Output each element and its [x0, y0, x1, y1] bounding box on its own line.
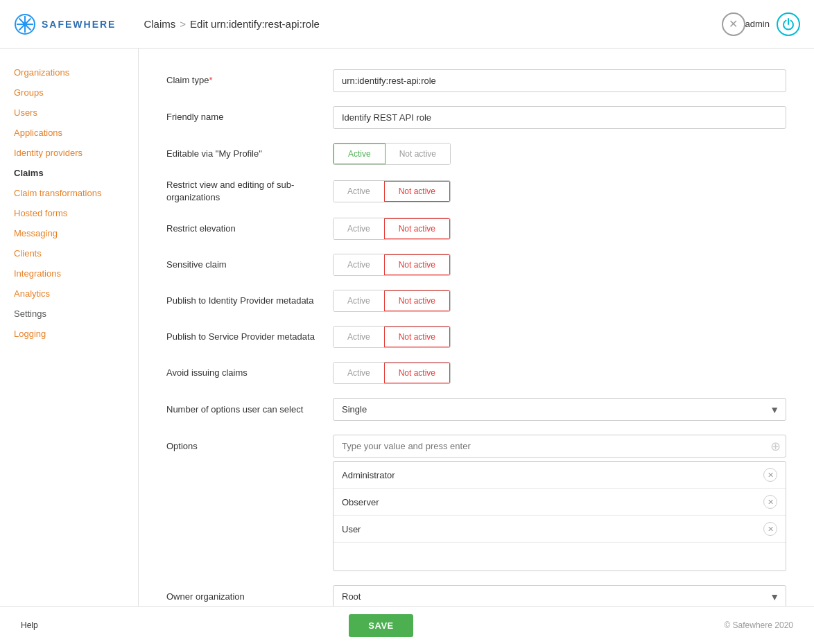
restrict-elevation-label: Restrict elevation — [166, 223, 319, 235]
avoid-issuing-control: Active Not active — [333, 362, 786, 384]
publish-idp-row: Publish to Identity Provider metadata Ac… — [166, 290, 786, 312]
publish-sp-control: Active Not active — [333, 326, 786, 348]
footer: Help SAVE © Safewhere 2020 — [0, 606, 814, 644]
owner-org-row: Owner organization Root ▼ — [166, 585, 786, 606]
options-add-button[interactable]: ⊕ — [770, 439, 781, 454]
publish-sp-not-active-btn[interactable]: Not active — [384, 327, 450, 347]
restrict-elevation-active-btn[interactable]: Active — [334, 218, 384, 239]
options-input-row: ⊕ — [333, 435, 786, 458]
svg-point-5 — [23, 22, 27, 26]
publish-idp-not-active-btn[interactable]: Not active — [384, 290, 450, 311]
copyright: © Safewhere 2020 — [724, 620, 793, 630]
content-area: Claim type* Friendly name Editable via "… — [139, 49, 814, 606]
avoid-issuing-toggle: Active Not active — [333, 362, 451, 384]
friendly-name-row: Friendly name — [166, 106, 786, 129]
logo-text: SAFEWHERE — [42, 19, 116, 30]
claim-type-row: Claim type* — [166, 69, 786, 92]
option-item-administrator-remove[interactable]: ✕ — [763, 468, 777, 482]
option-item-administrator: Administrator ✕ — [334, 462, 786, 489]
main-layout: Organizations Groups Users Applications … — [0, 49, 814, 606]
num-options-row: Number of options user can select Single… — [166, 398, 786, 421]
friendly-name-control — [333, 106, 786, 129]
option-item-observer-remove[interactable]: ✕ — [763, 495, 777, 509]
claim-type-control — [333, 69, 786, 92]
owner-org-select-wrapper: Root ▼ — [333, 585, 786, 606]
publish-sp-toggle: Active Not active — [333, 326, 451, 348]
options-list: Administrator ✕ Observer ✕ User ✕ — [333, 461, 786, 571]
publish-sp-active-btn[interactable]: Active — [334, 327, 384, 347]
option-item-observer: Observer ✕ — [334, 489, 786, 516]
sensitive-claim-row: Sensitive claim Active Not active — [166, 254, 786, 276]
close-button[interactable]: ✕ — [722, 12, 745, 36]
sidebar-item-users[interactable]: Users — [0, 103, 138, 123]
num-options-select[interactable]: Single Multiple — [333, 398, 786, 421]
publish-idp-label: Publish to Identity Provider metadata — [166, 295, 319, 307]
restrict-elevation-toggle: Active Not active — [333, 218, 451, 240]
restrict-sub-orgs-not-active-btn[interactable]: Not active — [384, 181, 450, 202]
save-button[interactable]: SAVE — [349, 614, 413, 637]
sidebar-item-integrations[interactable]: Integrations — [0, 263, 138, 284]
admin-label: admin — [745, 19, 770, 29]
help-link[interactable]: Help — [21, 620, 38, 630]
avoid-issuing-label: Avoid issuing claims — [166, 367, 319, 379]
options-input[interactable] — [333, 435, 786, 458]
friendly-name-input[interactable] — [333, 106, 786, 129]
option-item-user-remove[interactable]: ✕ — [763, 522, 777, 536]
sensitive-claim-toggle: Active Not active — [333, 254, 451, 276]
power-button[interactable] — [777, 12, 800, 36]
editable-my-profile-not-active-btn[interactable]: Not active — [386, 143, 450, 164]
option-item-user: User ✕ — [334, 516, 786, 543]
restrict-sub-orgs-control: Active Not active — [333, 180, 786, 202]
sidebar-item-claim-transformations[interactable]: Claim transformations — [0, 183, 138, 203]
publish-idp-active-btn[interactable]: Active — [334, 290, 384, 311]
restrict-elevation-not-active-btn[interactable]: Not active — [384, 218, 450, 239]
option-item-observer-label: Observer — [342, 497, 379, 507]
header-right: admin — [745, 12, 800, 36]
sidebar-item-organizations[interactable]: Organizations — [0, 62, 138, 82]
publish-idp-toggle: Active Not active — [333, 290, 451, 312]
breadcrumb-separator: > — [180, 18, 186, 30]
editable-my-profile-toggle: Active Not active — [333, 143, 451, 165]
sensitive-claim-control: Active Not active — [333, 254, 786, 276]
editable-my-profile-label: Editable via "My Profile" — [166, 148, 319, 160]
sidebar-item-hosted-forms[interactable]: Hosted forms — [0, 203, 138, 223]
restrict-sub-orgs-label: Restrict view and editing of sub-organiz… — [166, 179, 319, 204]
publish-idp-control: Active Not active — [333, 290, 786, 312]
sensitive-claim-not-active-btn[interactable]: Not active — [384, 254, 450, 275]
avoid-issuing-active-btn[interactable]: Active — [334, 363, 384, 383]
breadcrumb-edit: Edit urn:identify:rest-api:role — [190, 18, 320, 30]
sidebar-item-clients[interactable]: Clients — [0, 243, 138, 263]
owner-org-label: Owner organization — [166, 591, 319, 603]
editable-my-profile-control: Active Not active — [333, 143, 786, 165]
breadcrumb: Claims > Edit urn:identify:rest-api:role — [144, 18, 721, 30]
header: SAFEWHERE Claims > Edit urn:identify:res… — [0, 0, 814, 49]
editable-my-profile-active-btn[interactable]: Active — [334, 143, 386, 164]
breadcrumb-claims[interactable]: Claims — [144, 18, 175, 30]
sensitive-claim-label: Sensitive claim — [166, 259, 319, 271]
sidebar-item-messaging[interactable]: Messaging — [0, 223, 138, 243]
restrict-elevation-control: Active Not active — [333, 218, 786, 240]
avoid-issuing-row: Avoid issuing claims Active Not active — [166, 362, 786, 384]
sidebar-item-groups[interactable]: Groups — [0, 82, 138, 103]
options-label: Options — [166, 435, 319, 453]
sidebar-item-logging[interactable]: Logging — [0, 324, 138, 344]
logo-icon — [14, 13, 36, 35]
option-item-administrator-label: Administrator — [342, 470, 395, 480]
restrict-sub-orgs-row: Restrict view and editing of sub-organiz… — [166, 179, 786, 204]
restrict-sub-orgs-toggle: Active Not active — [333, 180, 451, 202]
sidebar-item-applications[interactable]: Applications — [0, 123, 138, 143]
num-options-label: Number of options user can select — [166, 403, 319, 416]
restrict-elevation-row: Restrict elevation Active Not active — [166, 218, 786, 240]
claim-type-input[interactable] — [333, 69, 786, 92]
num-options-select-wrapper: Single Multiple ▼ — [333, 398, 786, 421]
owner-org-select[interactable]: Root — [333, 585, 786, 606]
sidebar-item-settings[interactable]: Settings — [0, 304, 138, 324]
claim-type-label: Claim type* — [166, 74, 319, 87]
sidebar-item-analytics[interactable]: Analytics — [0, 284, 138, 304]
friendly-name-label: Friendly name — [166, 111, 319, 123]
sensitive-claim-active-btn[interactable]: Active — [334, 254, 384, 275]
sidebar-item-claims[interactable]: Claims — [0, 163, 138, 183]
restrict-sub-orgs-active-btn[interactable]: Active — [334, 181, 384, 202]
sidebar-item-identity-providers[interactable]: Identity providers — [0, 143, 138, 163]
avoid-issuing-not-active-btn[interactable]: Not active — [384, 363, 450, 383]
